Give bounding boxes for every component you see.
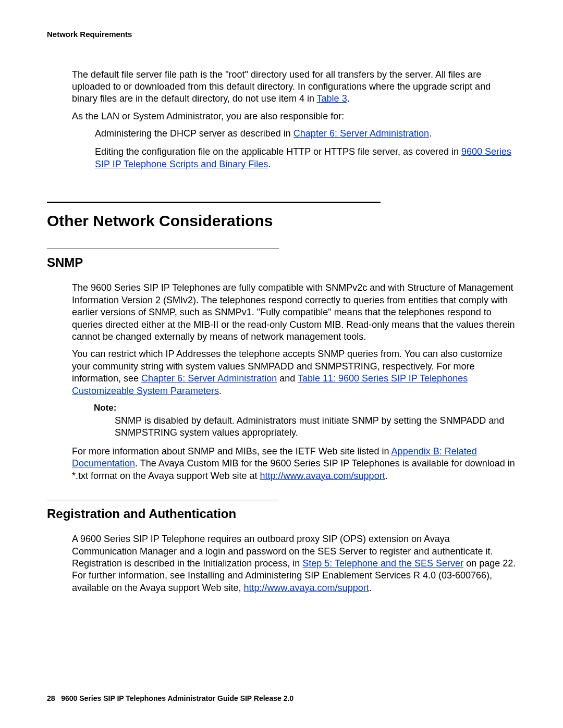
- link-avaya-support-2[interactable]: http://www.avaya.com/support: [244, 583, 369, 593]
- page: Network Requirements The default file se…: [0, 0, 563, 728]
- list-item-1: Administering the DHCP server as describ…: [95, 128, 516, 140]
- intro-paragraph-1: The default file server file path is the…: [72, 69, 516, 105]
- footer-title: 9600 Series SIP IP Telephones Administra…: [61, 694, 293, 702]
- divider-light: [47, 249, 279, 249]
- text: The default file server file path is the…: [72, 69, 491, 104]
- link-chapter-6[interactable]: Chapter 6: Server Administration: [293, 128, 429, 139]
- text: For more information about SNMP and MIBs…: [72, 446, 391, 456]
- heading-snmp: SNMP: [47, 254, 516, 270]
- note-label: Note:: [94, 402, 516, 414]
- text: .: [219, 386, 222, 396]
- link-table-3[interactable]: Table 3: [317, 93, 347, 104]
- list-item-2: Editing the configuration file on the ap…: [95, 146, 516, 170]
- heading-other-network: Other Network Considerations: [47, 211, 516, 231]
- text: and: [277, 373, 298, 384]
- text: .: [268, 159, 271, 169]
- text: .: [429, 128, 432, 139]
- reg-paragraph-1: A 9600 Series SIP IP Telephone requires …: [72, 533, 516, 594]
- divider-light-2: [47, 500, 279, 500]
- running-header: Network Requirements: [47, 29, 516, 40]
- text: Editing the configuration file on the ap…: [95, 146, 461, 157]
- divider-heavy: [47, 202, 381, 203]
- text: .: [385, 471, 388, 481]
- page-footer: 28 9600 Series SIP IP Telephones Adminis…: [47, 694, 293, 703]
- link-step-5[interactable]: Step 5: Telephone and the SES Server: [302, 558, 463, 569]
- snmp-paragraph-3: For more information about SNMP and MIBs…: [72, 446, 516, 482]
- intro-paragraph-2: As the LAN or System Administrator, you …: [72, 110, 516, 122]
- snmp-paragraph-2: You can restrict which IP Addresses the …: [72, 348, 516, 397]
- text: .: [347, 93, 350, 104]
- note-body: SNMP is disabled by default. Administrat…: [115, 415, 516, 439]
- link-chapter-6-b[interactable]: Chapter 6: Server Administration: [141, 373, 277, 384]
- link-avaya-support-1[interactable]: http://www.avaya.com/support: [260, 471, 385, 481]
- heading-registration: Registration and Authentication: [47, 505, 516, 522]
- text: Administering the DHCP server as describ…: [95, 128, 293, 139]
- text: .: [369, 583, 372, 593]
- page-number: 28: [47, 694, 55, 702]
- snmp-paragraph-1: The 9600 Series SIP IP Telephones are fu…: [72, 282, 516, 343]
